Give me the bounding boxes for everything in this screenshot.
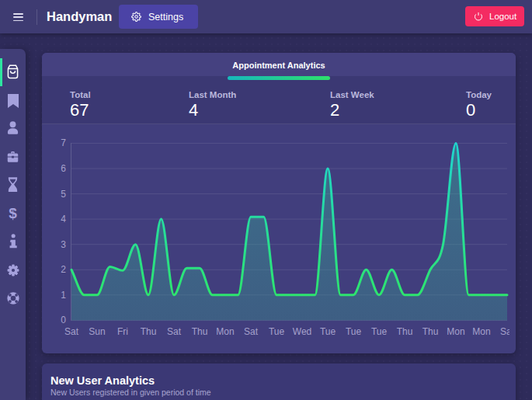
svg-text:Thu: Thu — [422, 326, 439, 337]
svg-text:2: 2 — [61, 264, 66, 275]
svg-text:Tue: Tue — [269, 326, 285, 337]
svg-text:0: 0 — [61, 315, 66, 325]
svg-text:Thu: Thu — [397, 326, 413, 337]
svg-text:Sat: Sat — [167, 326, 182, 337]
svg-text:Thu: Thu — [192, 326, 208, 337]
svg-text:Sat: Sat — [500, 326, 509, 337]
svg-text:Tue: Tue — [320, 326, 336, 337]
svg-text:Fri: Fri — [117, 326, 128, 337]
svg-text:Mon: Mon — [447, 326, 464, 337]
svg-text:Mon: Mon — [472, 326, 490, 337]
svg-text:7: 7 — [61, 137, 66, 148]
svg-text:5: 5 — [61, 189, 66, 200]
svg-text:4: 4 — [61, 214, 66, 224]
svg-text:3: 3 — [61, 239, 66, 250]
svg-text:Mon: Mon — [216, 326, 234, 337]
svg-text:Sat: Sat — [244, 326, 259, 337]
svg-text:Tue: Tue — [371, 326, 388, 337]
svg-text:Tue: Tue — [346, 326, 362, 337]
svg-text:Sat: Sat — [64, 326, 79, 337]
svg-text:Wed: Wed — [293, 326, 311, 337]
svg-text:6: 6 — [61, 163, 66, 174]
svg-text:1: 1 — [61, 290, 66, 301]
svg-text:Sun: Sun — [89, 326, 105, 337]
svg-text:Thu: Thu — [141, 326, 157, 337]
